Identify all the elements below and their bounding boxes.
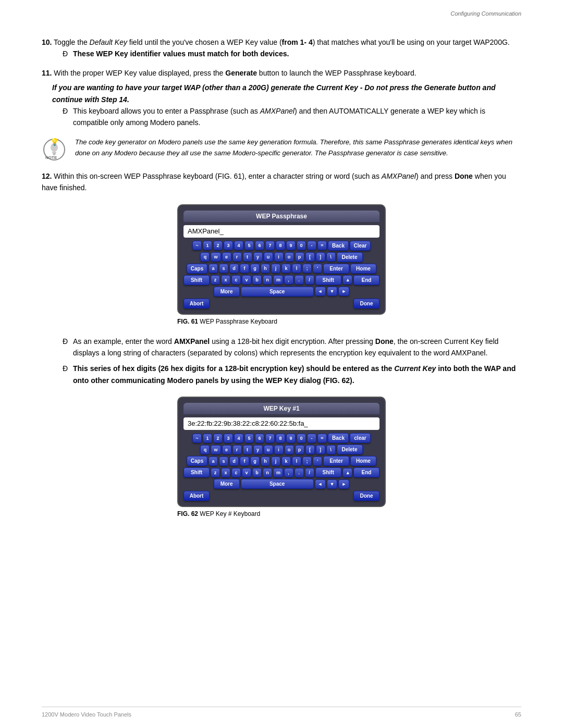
key-i-62[interactable]: i [274, 445, 284, 454]
key-backslash-61[interactable]: \ [326, 252, 336, 262]
key-o-61[interactable]: o [285, 252, 294, 262]
key-r-62[interactable]: r [232, 445, 242, 454]
key-6-61[interactable]: 6 [255, 241, 264, 250]
key-a-61[interactable]: a [209, 264, 218, 273]
key-b-61[interactable]: b [252, 275, 262, 285]
key-x-61[interactable]: x [221, 275, 230, 285]
key-p-61[interactable]: p [295, 252, 304, 262]
key-equals-62[interactable]: = [317, 434, 327, 443]
key-l-61[interactable]: l [292, 264, 301, 273]
key-back-61[interactable]: Back [328, 241, 349, 251]
key-f-62[interactable]: f [240, 456, 249, 466]
key-h-62[interactable]: h [261, 456, 270, 466]
key-2-62[interactable]: 2 [213, 434, 223, 443]
key-semi-61[interactable]: ; [302, 264, 312, 273]
key-0-62[interactable]: 0 [297, 434, 306, 443]
key-shift-l-62[interactable]: Shift [183, 467, 210, 477]
key-4-61[interactable]: 4 [234, 241, 243, 250]
key-minus-62[interactable]: - [307, 434, 316, 443]
key-space-61[interactable]: Space [241, 287, 314, 297]
key-w-61[interactable]: w [211, 252, 221, 262]
keyboard-input-62[interactable]: 3e:22:fb:22:9b:38:22:c8:22:60:22:5b:fa_ [183, 417, 380, 430]
key-c-61[interactable]: c [231, 275, 241, 285]
key-v-62[interactable]: v [242, 468, 251, 477]
key-abort-62[interactable]: Abort [183, 491, 210, 501]
key-clear-62[interactable]: clear [350, 433, 371, 443]
key-b-62[interactable]: b [252, 468, 262, 477]
key-y-62[interactable]: y [253, 445, 263, 454]
key-9-61[interactable]: 9 [286, 241, 296, 250]
key-k-62[interactable]: k [282, 456, 291, 466]
key-6-62[interactable]: 6 [255, 434, 264, 443]
key-apos-61[interactable]: ' [313, 264, 322, 273]
key-left-62[interactable]: ◄ [315, 479, 326, 489]
key-n-62[interactable]: n [263, 468, 272, 477]
key-backslash-62[interactable]: \ [326, 445, 336, 454]
key-e-61[interactable]: e [222, 252, 231, 262]
key-u-61[interactable]: u [264, 252, 273, 262]
key-c-62[interactable]: c [231, 468, 241, 477]
key-done-61[interactable]: Done [353, 299, 380, 309]
key-e-62[interactable]: e [222, 445, 231, 454]
key-comma-61[interactable]: , [284, 275, 293, 285]
key-8-62[interactable]: 8 [276, 434, 285, 443]
key-home-61[interactable]: Home [350, 264, 376, 274]
key-y-61[interactable]: y [253, 252, 263, 262]
key-h-61[interactable]: h [261, 264, 270, 273]
key-7-62[interactable]: 7 [265, 434, 275, 443]
key-back-62[interactable]: Back [328, 433, 349, 443]
key-v-61[interactable]: v [242, 275, 251, 285]
key-caps-61[interactable]: Caps [187, 264, 207, 274]
key-p-62[interactable]: p [295, 445, 304, 454]
key-end-62[interactable]: End [353, 467, 380, 477]
key-period-61[interactable]: . [295, 275, 304, 285]
key-shift-l-61[interactable]: Shift [183, 275, 210, 285]
key-q-62[interactable]: q [200, 445, 210, 454]
key-lbracket-62[interactable]: [ [305, 445, 315, 454]
key-down-61[interactable]: ▼ [327, 287, 338, 296]
key-right-61[interactable]: ► [338, 287, 349, 296]
key-s-61[interactable]: s [219, 264, 228, 273]
key-8-61[interactable]: 8 [276, 241, 285, 250]
key-right-62[interactable]: ► [338, 479, 349, 489]
key-z-62[interactable]: z [211, 468, 220, 477]
key-semi-62[interactable]: ; [302, 456, 312, 466]
key-enter-61[interactable]: Enter [323, 264, 349, 274]
key-end-61[interactable]: End [353, 275, 380, 285]
key-home-62[interactable]: Home [350, 456, 376, 466]
key-apos-62[interactable]: ' [313, 456, 322, 466]
key-period-62[interactable]: . [295, 468, 304, 477]
keyboard-input-61[interactable]: AMXPanel_ [183, 225, 380, 238]
key-rbracket-62[interactable]: ] [316, 445, 325, 454]
key-space-62[interactable]: Space [241, 479, 314, 489]
key-equals-61[interactable]: = [317, 241, 327, 250]
key-shift-r-61[interactable]: Shift [315, 275, 341, 285]
key-o-62[interactable]: o [285, 445, 294, 454]
key-f-61[interactable]: f [240, 264, 249, 273]
key-t-62[interactable]: t [243, 445, 252, 454]
key-abort-61[interactable]: Abort [183, 299, 210, 309]
key-down-62[interactable]: ▼ [327, 479, 338, 489]
key-more-62[interactable]: More [214, 479, 240, 489]
key-slash-61[interactable]: / [305, 275, 314, 285]
key-minus-61[interactable]: - [307, 241, 316, 250]
key-l-62[interactable]: l [292, 456, 301, 466]
key-up-62[interactable]: ▲ [342, 468, 352, 477]
key-caps-62[interactable]: Caps [187, 456, 207, 466]
key-comma-62[interactable]: , [284, 468, 293, 477]
key-j-62[interactable]: j [271, 456, 280, 466]
key-1-62[interactable]: 1 [203, 434, 212, 443]
key-5-61[interactable]: 5 [244, 241, 254, 250]
key-d-62[interactable]: d [229, 456, 239, 466]
key-2-61[interactable]: 2 [213, 241, 223, 250]
key-tilde-61[interactable]: ~ [192, 241, 202, 250]
key-delete-61[interactable]: Delete [337, 252, 363, 262]
key-d-61[interactable]: d [229, 264, 239, 273]
key-s-62[interactable]: s [219, 456, 228, 466]
key-m-61[interactable]: m [273, 275, 283, 285]
key-1-61[interactable]: 1 [203, 241, 212, 250]
key-u-62[interactable]: u [264, 445, 273, 454]
key-r-61[interactable]: r [232, 252, 242, 262]
key-shift-r-62[interactable]: Shift [315, 467, 341, 477]
key-3-62[interactable]: 3 [224, 434, 233, 443]
